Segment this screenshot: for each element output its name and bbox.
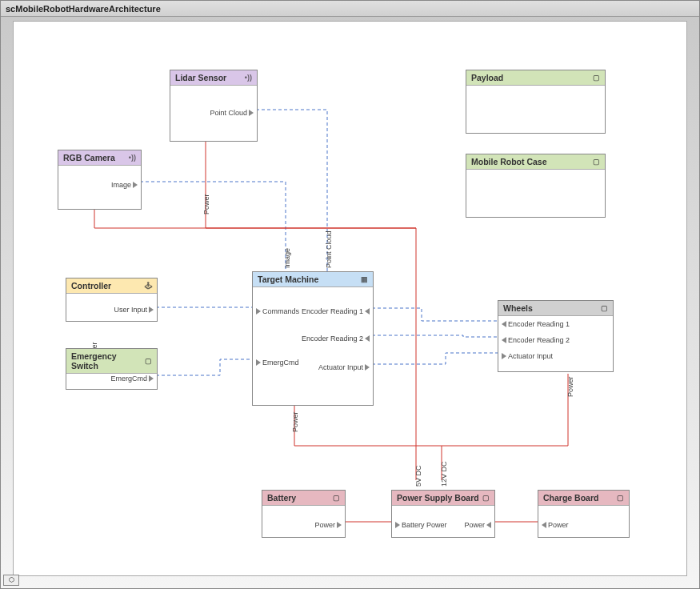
block-header: Power Supply Board ▢ (392, 491, 494, 506)
port-wheel-power-label: Power (566, 376, 574, 397)
block-header: Controller 🕹 (66, 278, 157, 294)
block-payload[interactable]: Payload ▢ (466, 70, 606, 134)
port-user-input[interactable]: User Input (114, 306, 154, 314)
app-window: scMobileRobotHardwareArchitecture (0, 0, 700, 589)
block-header: Mobile Robot Case ▢ (466, 154, 605, 170)
port-wheel-enc1[interactable]: Encoder Reading 1 (502, 320, 570, 328)
port-encoder2[interactable]: Encoder Reading 2 (302, 335, 370, 343)
block-header: Charge Board ▢ (538, 491, 629, 506)
port-encoder1[interactable]: Encoder Reading 1 (302, 307, 370, 315)
expand-icon: ▢ (617, 494, 624, 502)
port-image-in-label: Image (283, 248, 291, 268)
port-wheel-act[interactable]: Actuator Input (502, 352, 553, 360)
sensor-icon: •)) (129, 154, 136, 162)
port-psb-5v-label: 5V DC (414, 465, 422, 487)
block-mobile-robot-case[interactable]: Mobile Robot Case ▢ (466, 154, 606, 218)
sensor-icon: •)) (245, 74, 252, 82)
block-emergency-switch[interactable]: Emergency Switch ▢ EmergCmd (66, 348, 158, 390)
expand-icon: ▢ (482, 494, 490, 502)
block-header: Lidar Sensor •)) (170, 70, 257, 86)
port-pointcloud-in-label: Point Cloud (325, 230, 333, 268)
block-controller[interactable]: Controller 🕹 User Input (66, 278, 158, 322)
port-wheel-enc2[interactable]: Encoder Reading 2 (502, 336, 570, 344)
block-lidar-sensor[interactable]: Lidar Sensor •)) Point Cloud Power (170, 70, 258, 142)
port-emerg-cmd[interactable]: EmergCmd (110, 375, 154, 383)
expand-icon: ▢ (145, 357, 152, 365)
expand-icon: ▢ (333, 494, 340, 502)
port-charge-power[interactable]: Power (542, 521, 569, 529)
port-target-power-label: Power (291, 411, 299, 432)
diagram-canvas[interactable]: Lidar Sensor •)) Point Cloud Power RGB C… (13, 21, 687, 576)
window-title: scMobileRobotHardwareArchitecture (1, 1, 699, 17)
block-target-machine[interactable]: Target Machine ▦ Image Point Cloud Comma… (252, 271, 374, 406)
port-image[interactable]: Image (111, 181, 138, 189)
joystick-icon: 🕹 (145, 282, 152, 290)
block-header: Battery ▢ (262, 491, 345, 506)
chip-icon: ▦ (361, 275, 368, 283)
expand-icon: ▢ (601, 304, 608, 312)
port-psb-battery[interactable]: Battery Power (395, 521, 447, 529)
port-commands[interactable]: Commands (256, 307, 299, 315)
block-battery[interactable]: Battery ▢ Power (262, 490, 346, 538)
block-rgb-camera[interactable]: RGB Camera •)) Image Power (58, 150, 142, 210)
block-wheels[interactable]: Wheels ▢ Encoder Reading 1 Encoder Readi… (498, 300, 614, 372)
port-lidar-power-label: Power (202, 194, 210, 214)
expand-icon: ▢ (593, 74, 600, 82)
block-power-supply-board[interactable]: Power Supply Board ▢ Battery Power Power… (391, 490, 495, 538)
block-charge-board[interactable]: Charge Board ▢ Power (538, 490, 630, 538)
block-header: Target Machine ▦ (253, 272, 373, 287)
port-point-cloud[interactable]: Point Cloud (210, 109, 254, 117)
block-header: Emergency Switch ▢ (66, 349, 157, 374)
expand-icon: ▢ (593, 158, 600, 166)
port-emerg-in[interactable]: EmergCmd (256, 359, 299, 367)
port-psb-power[interactable]: Power (464, 521, 491, 529)
hierarchy-icon[interactable]: ⬡ (3, 575, 19, 586)
port-actuator[interactable]: Actuator Input (318, 363, 370, 371)
block-header: RGB Camera •)) (58, 150, 141, 166)
port-psb-12v-label: 12V DC (440, 461, 448, 487)
block-header: Wheels ▢ (498, 301, 613, 316)
port-battery-power[interactable]: Power (314, 521, 342, 529)
block-header: Payload ▢ (466, 70, 605, 86)
